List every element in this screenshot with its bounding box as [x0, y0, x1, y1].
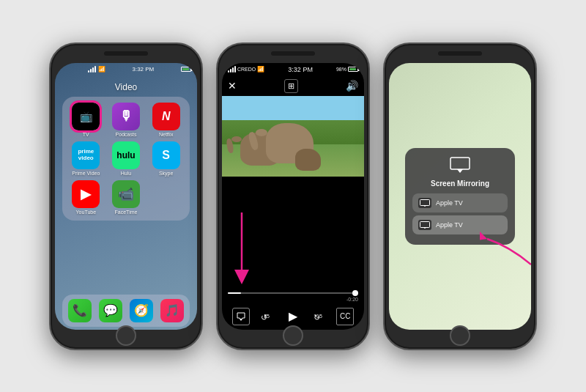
- phone2-signal: [228, 66, 236, 73]
- apple-tv-icon-bg: 📺: [72, 103, 100, 130]
- dock: 📞 💬 🧭 🎵: [62, 295, 190, 327]
- signal-bar-1: [88, 70, 89, 73]
- s4: [234, 66, 236, 73]
- apple-tv-symbol: 📺: [80, 111, 92, 122]
- battery-pct: 98%: [336, 67, 346, 72]
- skype-symbol: S: [162, 149, 170, 162]
- mirroring-title: Screen Mirroring: [412, 180, 508, 188]
- screen-mirroring-icon: [450, 157, 470, 173]
- signal-bar-2: [90, 69, 92, 73]
- forward-button[interactable]: ↻ 15: [311, 308, 328, 325]
- phone2-time: 3:32 PM: [288, 66, 313, 73]
- app-icon-prime[interactable]: primevideo Prime Video: [68, 141, 104, 176]
- battery-fill: [182, 68, 189, 70]
- signal-bar-4: [94, 66, 96, 73]
- dock-messages[interactable]: 💬: [99, 299, 122, 322]
- phone2-volume-down: [216, 155, 218, 176]
- phone-mute-switch: [49, 110, 51, 125]
- mirroring-screen: Screen Mirroring Apple TV: [389, 63, 531, 330]
- tv-icon-1: [420, 199, 430, 207]
- youtube-symbol: ▶: [81, 186, 91, 202]
- podcasts-symbol: 🎙: [119, 108, 133, 124]
- hulu-text: hulu: [116, 150, 135, 160]
- app-icon-hulu[interactable]: hulu Hulu: [108, 141, 144, 176]
- app-icon-apple-tv[interactable]: 📺 TV: [68, 103, 104, 137]
- wifi-signal: 📶: [257, 66, 264, 73]
- annotation-arrow-2: [231, 212, 253, 286]
- svg-text:15: 15: [264, 314, 270, 319]
- phone-1: 📶 3:32 PM Video 📺: [49, 42, 203, 350]
- phone2-home-button[interactable]: [283, 325, 303, 346]
- svg-rect-6: [420, 199, 430, 205]
- rewind-button[interactable]: ↺ 15: [258, 308, 275, 325]
- phone2-mute-switch: [216, 110, 218, 125]
- svg-text:15: 15: [316, 314, 322, 319]
- podcasts-icon-bg: 🎙: [112, 103, 140, 130]
- youtube-label: YouTube: [76, 210, 97, 215]
- captions-button[interactable]: CC: [336, 308, 354, 325]
- time-remaining: -0:20: [228, 297, 358, 302]
- apple-tv-label: TV: [83, 132, 89, 137]
- svg-rect-7: [420, 221, 430, 227]
- facetime-label: FaceTime: [115, 210, 138, 215]
- phone-volume-down: [49, 155, 51, 176]
- phone2-battery-fill: [349, 68, 356, 70]
- phone2-battery: [348, 67, 358, 72]
- video-player-screen: CREDO 📶 3:32 PM 98% ✕ ⊞ 🔊: [222, 63, 364, 330]
- dock-phone[interactable]: 📞: [68, 299, 92, 322]
- volume-button[interactable]: 🔊: [346, 80, 358, 92]
- signal-bar-3: [92, 67, 94, 73]
- video-status-bar: CREDO 📶 3:32 PM 98%: [222, 63, 364, 76]
- phone-volume-up: [49, 130, 51, 151]
- rewind-icon: ↺ 15: [260, 311, 273, 322]
- hulu-icon-bg: hulu: [112, 141, 140, 169]
- facetime-symbol: 📹: [118, 186, 134, 202]
- airplay-button[interactable]: [232, 308, 250, 325]
- skype-icon-bg: S: [152, 141, 180, 169]
- app-icon-youtube[interactable]: ▶ YouTube: [68, 180, 104, 215]
- youtube-icon-bg: ▶: [72, 180, 100, 208]
- app-icon-podcasts[interactable]: 🎙 Podcasts: [108, 103, 144, 137]
- app-icon-facetime[interactable]: 📹 FaceTime: [108, 180, 144, 215]
- pip-button[interactable]: ⊞: [284, 79, 298, 93]
- video-folder[interactable]: 📺 TV 🎙 Podcasts N: [62, 97, 190, 221]
- svg-rect-5: [450, 158, 470, 169]
- prime-label: Prime Video: [72, 171, 100, 176]
- progress-bar[interactable]: [228, 292, 358, 294]
- phone-3: Screen Mirroring Apple TV: [383, 42, 537, 350]
- dock-safari[interactable]: 🧭: [130, 299, 153, 322]
- apple-tv-label-1: Apple TV: [436, 199, 463, 207]
- phone3-home-button[interactable]: [450, 325, 470, 346]
- app-icon-skype[interactable]: S Skype: [148, 141, 184, 176]
- apple-tv-label-2: Apple TV: [436, 221, 463, 229]
- phone3-mute-switch: [383, 110, 385, 125]
- phone2-volume-up: [216, 130, 218, 151]
- video-top-controls: ✕ ⊞ 🔊: [222, 76, 364, 96]
- app-icon-netflix[interactable]: N Netflix: [148, 103, 184, 137]
- netflix-label: Netflix: [159, 132, 173, 137]
- netflix-icon-bg: N: [152, 103, 180, 130]
- phone3-volume-up: [383, 130, 385, 151]
- skype-label: Skype: [159, 171, 173, 176]
- signal-strength: [88, 66, 96, 73]
- apple-tv-item-1[interactable]: Apple TV: [412, 193, 508, 212]
- netflix-n: N: [162, 110, 171, 123]
- play-button[interactable]: ▶: [284, 308, 302, 325]
- s3: [232, 67, 234, 73]
- hulu-label: Hulu: [121, 171, 131, 176]
- home-button[interactable]: [116, 325, 136, 346]
- wifi-icon: 📶: [98, 66, 105, 73]
- time-display: 3:32 PM: [132, 66, 154, 73]
- video-frame: [222, 96, 364, 177]
- s2: [230, 69, 231, 73]
- close-button[interactable]: ✕: [228, 80, 237, 92]
- phone-2: CREDO 📶 3:32 PM 98% ✕ ⊞ 🔊: [216, 42, 370, 350]
- s1: [228, 70, 229, 73]
- progress-area: -0:20: [222, 289, 364, 306]
- battery-indicator: [181, 67, 191, 72]
- prime-icon-bg: primevideo: [72, 141, 100, 169]
- dock-music[interactable]: 🎵: [160, 299, 184, 322]
- progress-dot: [352, 290, 358, 296]
- apple-tv-icon-2: [418, 220, 431, 230]
- forward-icon: ↻ 15: [313, 311, 326, 322]
